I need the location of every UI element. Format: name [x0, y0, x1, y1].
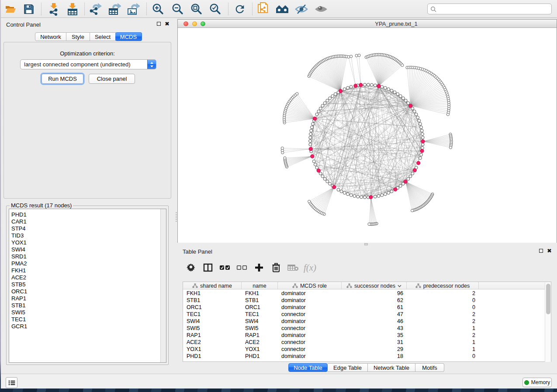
mcds-result-item[interactable]: TID3: [9, 232, 166, 239]
network-node[interactable]: [381, 194, 384, 197]
network-window-titlebar[interactable]: YPA_prune.txt_1: [178, 20, 557, 28]
close-panel-icon[interactable]: ✖: [165, 22, 170, 26]
network-node[interactable]: [367, 83, 370, 86]
table-scrollbar[interactable]: [545, 282, 551, 362]
table-cell[interactable]: YOX1: [242, 346, 278, 353]
table-cell[interactable]: ACE2: [183, 339, 242, 346]
network-node[interactable]: [359, 83, 363, 86]
network-edge[interactable]: [313, 187, 334, 207]
network-node[interactable]: [404, 99, 407, 102]
mcds-result-item[interactable]: PMA2: [9, 260, 166, 267]
network-node[interactable]: [326, 180, 329, 183]
table-row[interactable]: STB1STB1dominator620: [183, 297, 551, 304]
network-edge[interactable]: [320, 187, 334, 212]
network-node[interactable]: [350, 55, 353, 58]
table-cell[interactable]: PHD1: [183, 353, 242, 360]
window-zoom-icon[interactable]: [201, 21, 205, 26]
table-cell[interactable]: 29: [342, 346, 407, 353]
network-node[interactable]: [309, 147, 312, 151]
control-tab-mcds[interactable]: MCDS: [115, 32, 142, 41]
network-node[interactable]: [309, 136, 312, 139]
table-cell[interactable]: 2: [407, 332, 479, 339]
network-edge[interactable]: [315, 187, 334, 208]
table-row[interactable]: SWI5SWI5connector431: [183, 325, 551, 332]
network-node[interactable]: [393, 91, 396, 94]
mcds-result-list[interactable]: PHD1CAR1STP4TID3YOX1SWI4SRD1PMA2FKH1ACE2…: [9, 209, 166, 363]
run-mcds-button[interactable]: Run MCDS: [42, 74, 83, 84]
network-edge[interactable]: [286, 156, 312, 164]
table-cell[interactable]: connector: [278, 339, 342, 346]
table-cell[interactable]: 61: [342, 304, 407, 311]
export-table-icon[interactable]: [107, 2, 122, 17]
network-node[interactable]: [387, 88, 390, 91]
network-node[interactable]: [343, 88, 346, 91]
network-node[interactable]: [309, 140, 312, 143]
network-edge[interactable]: [284, 119, 315, 123]
table-cell[interactable]: dominator: [278, 353, 342, 360]
network-edge[interactable]: [407, 68, 411, 106]
network-node[interactable]: [419, 157, 422, 160]
combo-stepper-icon[interactable]: [147, 59, 156, 69]
network-node[interactable]: [374, 195, 377, 198]
table-cell[interactable]: 2: [407, 290, 479, 297]
network-node[interactable]: [349, 194, 353, 197]
refresh-icon[interactable]: [232, 2, 247, 17]
network-edge[interactable]: [423, 139, 451, 141]
new-network-from-selection-icon[interactable]: [256, 2, 271, 17]
table-cell[interactable]: RAP1: [183, 332, 242, 339]
network-node[interactable]: [390, 89, 393, 92]
delete-icon[interactable]: [270, 261, 282, 274]
mcds-result-item[interactable]: STP4: [9, 225, 166, 232]
network-node[interactable]: [390, 190, 393, 193]
export-network-icon[interactable]: [88, 2, 103, 17]
table-row[interactable]: YOX1YOX1connector291: [183, 346, 551, 353]
network-node[interactable]: [418, 119, 421, 122]
table-tab-network-table[interactable]: Network Table: [368, 363, 415, 372]
table-cell[interactable]: ORC1: [183, 304, 242, 311]
network-node[interactable]: [340, 190, 343, 193]
table-cell[interactable]: TEC1: [183, 311, 242, 318]
table-cell[interactable]: FKH1: [183, 290, 242, 297]
network-edge[interactable]: [289, 102, 315, 119]
mcds-result-item[interactable]: TEC1: [9, 316, 166, 323]
table-cell[interactable]: 62: [342, 297, 407, 304]
network-node[interactable]: [407, 102, 410, 105]
table-cell[interactable]: SWI5: [183, 325, 242, 332]
table-cell[interactable]: dominator: [278, 290, 342, 297]
table-tab-edge-table[interactable]: Edge Table: [328, 363, 368, 372]
network-node[interactable]: [356, 195, 360, 198]
network-node[interactable]: [413, 168, 416, 172]
table-cell[interactable]: 1: [407, 339, 479, 346]
export-image-icon[interactable]: [126, 2, 141, 17]
float-table-panel-icon[interactable]: [539, 249, 543, 253]
vertical-splitter-handle[interactable]: [176, 212, 177, 222]
mcds-result-item[interactable]: PHD1: [9, 211, 166, 218]
save-session-icon[interactable]: [21, 2, 36, 17]
table-cell[interactable]: SWI5: [242, 325, 278, 332]
network-edge[interactable]: [317, 65, 340, 91]
network-node[interactable]: [317, 169, 320, 172]
network-node[interactable]: [281, 147, 284, 149]
network-edge[interactable]: [411, 81, 440, 106]
network-edge[interactable]: [318, 171, 351, 195]
network-edge[interactable]: [423, 136, 451, 141]
table-cell[interactable]: 0: [407, 297, 479, 304]
network-edge[interactable]: [318, 187, 334, 211]
column-header-successor-nodes[interactable]: successor nodes: [342, 282, 407, 289]
network-node[interactable]: [411, 172, 414, 175]
open-file-icon[interactable]: [3, 2, 18, 17]
network-edge[interactable]: [349, 57, 356, 86]
column-header-predecessor-nodes[interactable]: predecessor nodes: [407, 282, 479, 289]
network-node[interactable]: [337, 188, 340, 191]
table-cell[interactable]: connector: [278, 311, 342, 318]
table-cell[interactable]: SWI4: [242, 318, 278, 325]
mcds-result-item[interactable]: YOX1: [9, 239, 166, 246]
network-node[interactable]: [349, 86, 353, 89]
table-cell[interactable]: ORC1: [242, 304, 278, 311]
network-edge[interactable]: [409, 67, 410, 106]
column-header-shared-name[interactable]: shared name: [183, 282, 242, 289]
network-node[interactable]: [309, 143, 312, 146]
network-edge[interactable]: [311, 187, 334, 204]
table-cell[interactable]: 1: [407, 325, 479, 332]
import-network-icon[interactable]: [46, 2, 61, 17]
